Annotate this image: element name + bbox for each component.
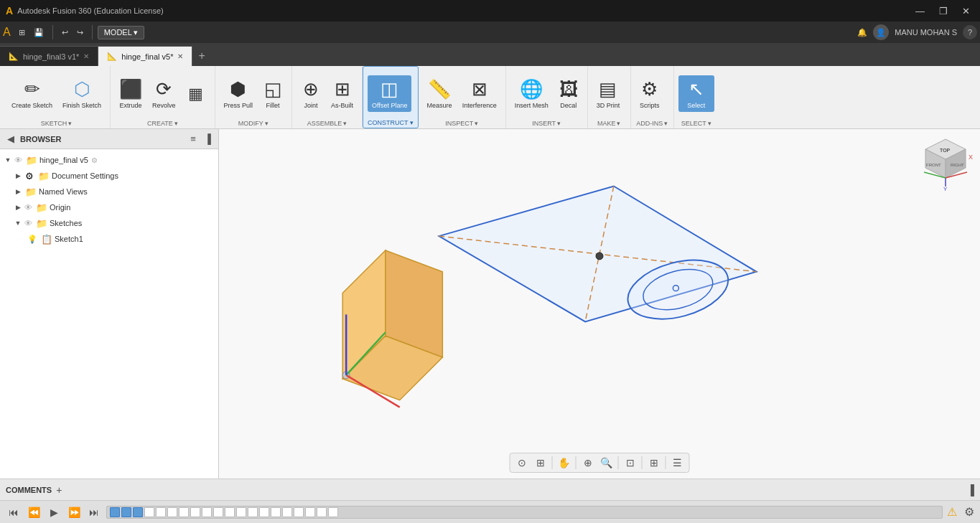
model-dropdown[interactable]: MODEL ▾ [98,26,145,39]
tab-close-2[interactable]: ✕ [177,52,183,60]
measure-button[interactable]: 📏 Measure [423,75,457,112]
decal-button[interactable]: 🖼 Decal [554,75,583,112]
anim-settings-button[interactable]: ⚙ [964,505,974,519]
grid-button[interactable]: ⊞ [15,26,29,39]
tree-eye-origin[interactable]: 👁 [24,203,32,212]
orbit-button[interactable]: ⊙ [513,455,531,471]
close-button[interactable]: ✕ [958,4,974,18]
tree-arrow-origin: ▶ [13,204,23,211]
revolve-button[interactable]: ⟳ Revolve [148,75,180,112]
browser-panel-toggle[interactable]: ▐ [202,132,214,146]
fillet-button[interactable]: ◱ Fillet [258,75,287,112]
anim-frame-14[interactable] [271,507,281,517]
pan-button[interactable]: ✋ [556,455,573,471]
joint-button[interactable]: ⊕ Joint [297,75,325,112]
ribbon-section-assemble: ⊕ Joint ⊞ As-Built ASSEMBLE ▾ [292,66,363,128]
notification-icon[interactable]: 🔔 [857,28,867,37]
prev-frame-button[interactable]: ⏮ [6,504,22,520]
create-sketch-button[interactable]: ✏ Create Sketch [7,75,57,112]
anim-frame-17[interactable] [305,507,315,517]
grid-toggle-button[interactable]: ⊞ [645,455,663,471]
save-button[interactable]: 💾 [30,26,47,39]
browser-settings-icon[interactable]: ≡ [187,132,199,146]
tree-eye-sketch1[interactable]: 💡 [27,235,37,244]
anim-frame-11[interactable] [236,507,246,517]
minimize-button[interactable]: — [911,4,929,18]
next-frame-button[interactable]: ⏭ [86,504,102,520]
tab-hinge-final3[interactable]: 📐 hinge_final3 v1* ✕ [0,46,98,66]
extrude-button[interactable]: ⬛ Extrude [115,75,146,112]
anim-frame-10[interactable] [225,507,235,517]
profile-icon[interactable]: 👤 [873,24,889,40]
offset-plane-button[interactable]: ◫ Offset Plane [368,75,411,112]
inspect-section-label[interactable]: INSPECT ▾ [423,118,501,127]
zoom-fit-button[interactable]: ⊕ [579,455,597,471]
construct-section-label[interactable]: CONSTRUCT ▾ [368,118,414,126]
anim-frame-18[interactable] [317,507,327,517]
insert-mesh-button[interactable]: 🌐 Insert Mesh [510,75,553,112]
browser-collapse-icon[interactable]: ◀ [4,132,17,146]
next-step-button[interactable]: ⏩ [66,504,82,520]
anim-frame-12[interactable] [248,507,258,517]
assemble-section-label[interactable]: ASSEMBLE ▾ [297,118,358,127]
scripts-button[interactable]: ⚙ Scripts [635,75,664,112]
zoom-more-button[interactable]: 🔍 [598,455,615,471]
inspect-label-text: INSPECT [445,120,473,127]
3d-print-button[interactable]: ▤ 3D Print [592,75,625,112]
tree-item-sketch1[interactable]: 💡 📋 Sketch1 [0,231,218,247]
addins-section-label[interactable]: ADD-INS ▾ [635,118,669,127]
tree-item-doc-settings[interactable]: ▶ ⚙ 📁 Document Settings [0,168,218,184]
panel-toggle-icon[interactable]: ▐ [967,484,974,496]
sketch-geometry [219,129,980,479]
tree-item-origin[interactable]: ▶ 👁 📁 Origin [0,199,218,215]
anim-frame-16[interactable] [294,507,304,517]
animation-timeline[interactable] [106,506,943,519]
anim-frame-9[interactable] [213,507,223,517]
viewport[interactable]: X TOP FRONT RIGHT Y ⊙ ⊞ [219,129,980,479]
anim-frame-8[interactable] [202,507,212,517]
anim-frame-15[interactable] [282,507,292,517]
play-button[interactable]: ▶ [46,504,62,520]
select-button[interactable]: ↖ Select [678,75,714,112]
redo-button[interactable]: ↪ [73,26,87,39]
help-icon[interactable]: ? [963,25,977,39]
new-tab-button[interactable]: + [192,46,210,66]
anim-frame-19[interactable] [328,507,338,517]
sketch-section-label[interactable]: SKETCH ▾ [7,118,106,127]
tab-hinge-final5[interactable]: 📐 hinge_final v5* ✕ [98,46,192,66]
env-toggle-button[interactable]: ☰ [669,455,686,471]
anim-frame-5[interactable] [167,507,177,517]
tree-eye-root[interactable]: 👁 [14,156,22,164]
modify-section-label[interactable]: MODIFY ▾ [220,118,288,127]
maximize-button[interactable]: ❐ [935,4,952,18]
tree-item-named-views[interactable]: ▶ 📁 Named Views [0,184,218,199]
anim-frame-4[interactable] [156,507,166,517]
pan-grid-button[interactable]: ⊞ [532,455,549,471]
anim-frame-0[interactable] [110,507,120,517]
finish-sketch-button[interactable]: ⬡ Finish Sketch [58,75,106,112]
prev-step-button[interactable]: ⏪ [26,504,42,520]
viewcube[interactable]: X TOP FRONT RIGHT Y [917,135,974,192]
press-pull-button[interactable]: ⬢ Press Pull [220,75,258,112]
anim-frame-1[interactable] [121,507,131,517]
tree-item-sketches[interactable]: ▼ 👁 📁 Sketches [0,215,218,231]
anim-frame-6[interactable] [179,507,189,517]
select-section-label[interactable]: SELECT ▾ [678,118,714,127]
display-mode-button[interactable]: ⊡ [622,455,639,471]
tree-item-root[interactable]: ▼ 👁 📁 hinge_final v5 ⚙ [0,152,218,168]
interference-button[interactable]: ⊠ Interference [458,75,501,112]
anim-frame-3[interactable] [144,507,154,517]
add-comment-button[interactable]: + [56,484,62,496]
make-section-label[interactable]: MAKE ▾ [592,118,626,127]
anim-frame-7[interactable] [190,507,200,517]
tree-root-settings[interactable]: ⚙ [91,156,98,164]
undo-button[interactable]: ↩ [58,26,72,39]
as-built-button[interactable]: ⊞ As-Built [327,75,358,112]
anim-frame-2[interactable] [133,507,143,517]
tree-eye-sketches[interactable]: 👁 [24,219,32,227]
anim-frame-13[interactable] [259,507,269,517]
insert-section-label[interactable]: INSERT ▾ [510,118,583,127]
tab-close-1[interactable]: ✕ [83,52,89,60]
more-create-button[interactable]: ▦ [182,82,210,106]
create-section-label[interactable]: CREATE ▾ [115,118,210,127]
